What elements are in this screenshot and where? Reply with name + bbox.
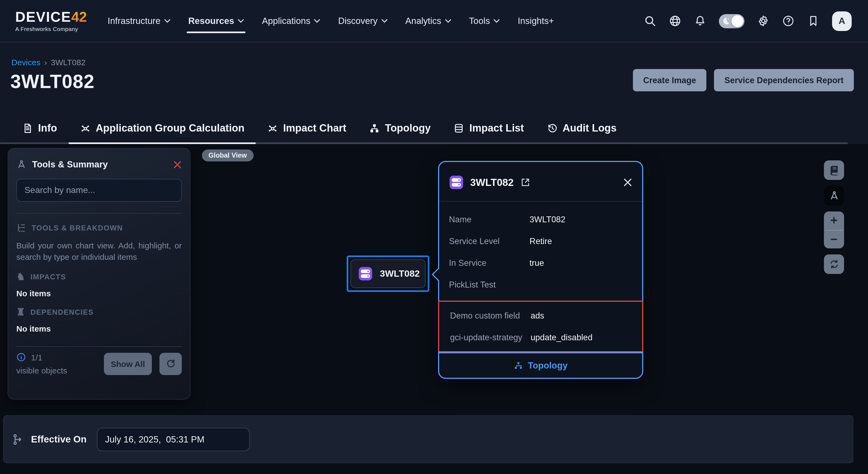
nav-item-insights[interactable]: Insights+ — [518, 16, 554, 26]
book-icon — [829, 165, 839, 176]
toggle-knob — [732, 15, 743, 27]
topology-icon — [514, 361, 523, 370]
sync-button[interactable] — [824, 255, 844, 274]
topnav-actions: A — [644, 11, 852, 31]
dependencies-empty-text: No items — [16, 324, 182, 333]
user-avatar[interactable]: A — [832, 11, 852, 31]
logo-subtitle: A Freshworks Company — [15, 26, 87, 32]
bookmark-icon[interactable] — [807, 15, 819, 27]
info-icon — [16, 352, 26, 362]
node-detail-popup: 3WLT082 Name 3WLT082 Service Level Retir… — [438, 161, 643, 379]
top-navigation: DEVICE 42 A Freshworks Company Infrastru… — [0, 0, 868, 42]
help-icon[interactable] — [782, 15, 795, 27]
chevron-down-icon — [164, 19, 170, 23]
tab-info[interactable]: Info — [11, 112, 68, 144]
breadcrumb: Devices › 3WLT082 — [11, 58, 86, 67]
section-dependencies: ♜ DEPENDENCIES — [16, 307, 182, 317]
page-title: 3WLT082 — [10, 71, 94, 92]
divider — [16, 346, 182, 347]
divider — [16, 213, 182, 214]
chart-canvas: Global View Tools & Summary TOOLS & BREA… — [0, 144, 868, 474]
breadcrumb-current: 3WLT082 — [51, 58, 86, 67]
create-image-button[interactable]: Create Image — [633, 69, 707, 91]
chevron-down-icon — [381, 19, 388, 23]
detail-tabs: Info Application Group Calculation Impac… — [0, 112, 628, 144]
hub-network-icon — [80, 123, 91, 133]
section-description: Build your own chart view. Add, highligh… — [16, 240, 182, 263]
page-actions: Create Image Service Dependencies Report — [633, 69, 854, 91]
settings-gear-icon[interactable] — [757, 15, 770, 27]
tab-impact-chart[interactable]: Impact Chart — [256, 112, 358, 144]
document-icon — [22, 123, 33, 133]
history-icon — [547, 123, 558, 133]
close-icon[interactable] — [173, 160, 182, 169]
notifications-bell-icon[interactable] — [694, 15, 706, 27]
nav-item-discovery[interactable]: Discovery — [338, 16, 388, 26]
show-all-button[interactable]: Show All — [104, 352, 152, 375]
brand-logo[interactable]: DEVICE 42 A Freshworks Company — [15, 10, 87, 32]
detail-row: Service Level Retire — [449, 235, 632, 248]
tab-impact-list[interactable]: Impact List — [442, 112, 535, 144]
device-node[interactable]: 3WLT082 — [347, 256, 429, 292]
logo-accent: 42 — [71, 10, 87, 24]
effective-on-bar: Effective On July 16, 2025, 05:31 PM — [3, 415, 853, 463]
tab-application-group-calculation[interactable]: Application Group Calculation — [68, 112, 256, 144]
service-dependencies-report-button[interactable]: Service Dependencies Report — [714, 69, 854, 91]
tools-compass-button[interactable] — [824, 186, 844, 205]
nav-item-applications[interactable]: Applications — [262, 16, 320, 26]
tab-audit-logs[interactable]: Audit Logs — [535, 112, 628, 144]
topology-link[interactable]: Topology — [439, 352, 642, 378]
knight-icon: ♞ — [16, 272, 26, 281]
visible-count-caption: visible objects — [16, 366, 104, 375]
effective-on-label: Effective On — [31, 434, 87, 445]
topology-icon — [369, 123, 380, 133]
list-tree-icon — [16, 223, 27, 233]
nav-item-tools[interactable]: Tools — [469, 16, 500, 26]
logo-text: DEVICE — [15, 10, 71, 24]
nav-item-analytics[interactable]: Analytics — [405, 16, 451, 26]
refresh-icon — [165, 358, 176, 369]
zoom-control: + − — [824, 211, 844, 248]
popup-title: 3WLT082 — [470, 176, 514, 188]
zoom-in-button[interactable]: + — [824, 211, 844, 230]
external-link-icon[interactable] — [520, 177, 531, 188]
rook-icon: ♜ — [16, 307, 26, 317]
detail-row: Demo custom field ads — [450, 310, 631, 323]
chevron-down-icon — [314, 19, 320, 23]
impacts-empty-text: No items — [16, 289, 182, 298]
global-view-badge: Global View — [202, 149, 253, 162]
theme-toggle[interactable] — [719, 14, 744, 28]
nav-item-infrastructure[interactable]: Infrastructure — [107, 16, 170, 26]
detail-row: PickList Test — [449, 279, 632, 292]
effective-on-datetime-input[interactable]: July 16, 2025, 05:31 PM — [97, 428, 250, 451]
globe-icon[interactable] — [669, 15, 681, 27]
moon-icon — [722, 16, 730, 25]
detail-row: gci-update-strategy update_disabled — [450, 332, 631, 345]
drafting-compass-icon — [16, 159, 27, 170]
app-window: DEVICE 42 A Freshworks Company Infrastru… — [0, 0, 868, 474]
sync-icon — [829, 259, 839, 270]
close-icon[interactable] — [623, 178, 632, 187]
search-icon[interactable] — [644, 15, 656, 27]
visible-count: 1/1 — [31, 352, 42, 362]
node-label: 3WLT082 — [380, 268, 420, 279]
tab-topology[interactable]: Topology — [358, 112, 442, 144]
zoom-out-button[interactable]: − — [824, 230, 844, 248]
legend-book-button[interactable] — [824, 160, 844, 180]
search-input[interactable] — [16, 179, 182, 202]
reload-button[interactable] — [159, 352, 182, 375]
server-icon — [358, 266, 373, 281]
breadcrumb-link-devices[interactable]: Devices — [11, 58, 40, 67]
canvas-toolbar: + − — [824, 160, 844, 274]
chevron-down-icon — [494, 19, 500, 23]
hub-network-icon — [267, 123, 278, 133]
server-icon — [449, 175, 464, 190]
list-icon — [454, 123, 464, 133]
detail-row: In Service true — [449, 257, 632, 270]
chevron-down-icon — [445, 19, 451, 23]
main-nav: Infrastructure Resources Applications Di… — [107, 16, 554, 26]
version-flow-icon — [12, 433, 25, 445]
highlighted-custom-fields: Demo custom field ads gci-update-strateg… — [438, 301, 643, 352]
nav-item-resources[interactable]: Resources — [188, 16, 244, 26]
chevron-down-icon — [238, 19, 244, 23]
